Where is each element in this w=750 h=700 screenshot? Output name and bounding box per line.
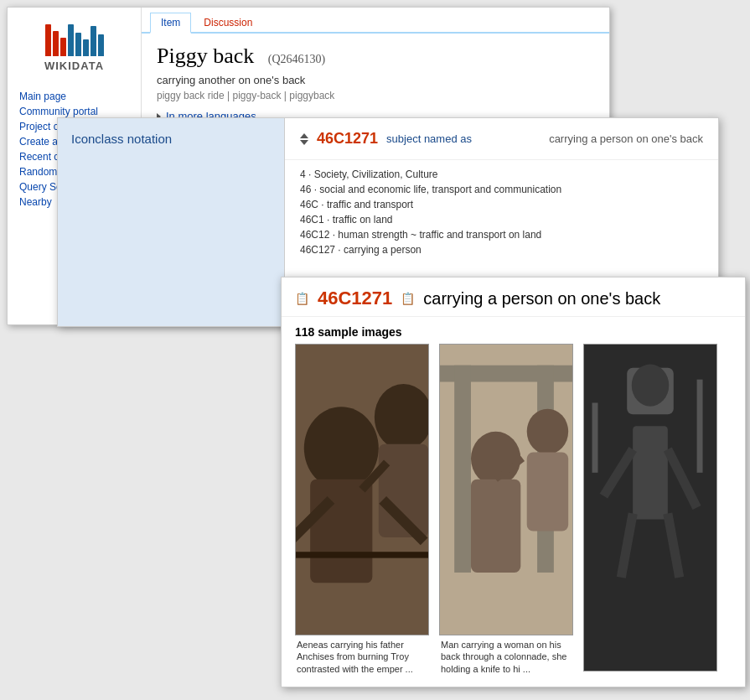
image-caption-1: Man carrying a woman on his back through… bbox=[439, 635, 573, 678]
svg-point-17 bbox=[527, 409, 568, 454]
logo-area: WIKIDATA bbox=[8, 16, 141, 82]
sort-icon[interactable] bbox=[300, 133, 308, 145]
article-title: Piggy back (Q2646130) bbox=[157, 44, 594, 69]
image-caption-2 bbox=[583, 671, 717, 678]
sort-up-icon bbox=[300, 133, 308, 138]
svg-rect-16 bbox=[471, 480, 520, 573]
image-card-1: Man carrying a woman on his back through… bbox=[439, 344, 573, 678]
iconclass-subject-label: subject named as bbox=[386, 132, 472, 145]
copy-icon-right[interactable]: 📋 bbox=[401, 292, 415, 305]
sidebar-item-main-page[interactable]: Main page bbox=[8, 89, 141, 104]
tab-item[interactable]: Item bbox=[150, 13, 191, 34]
sort-down-icon bbox=[300, 140, 308, 145]
bar6 bbox=[83, 39, 89, 56]
bar3 bbox=[60, 38, 66, 56]
image-placeholder-2 bbox=[583, 344, 717, 671]
big-label: carrying a person on one's back bbox=[423, 289, 660, 309]
breadcrumb-1: 46 · social and economic life, transport… bbox=[300, 182, 703, 197]
breadcrumb-5: 46C127 · carrying a person bbox=[300, 242, 703, 257]
article-description: carrying another on one's back bbox=[157, 74, 594, 86]
big-code: 46C1271 bbox=[318, 288, 392, 309]
tab-bar: Item Discussion bbox=[142, 8, 609, 34]
image-card-2 bbox=[583, 344, 717, 678]
bar4 bbox=[68, 24, 74, 56]
logo-text: WIKIDATA bbox=[44, 60, 104, 72]
image-art-2 bbox=[584, 345, 716, 671]
iconclass-panel-title: Iconclass notation bbox=[71, 132, 271, 146]
image-caption-0: Aeneas carrying his father Anchises from… bbox=[295, 635, 429, 678]
svg-rect-29 bbox=[697, 380, 703, 473]
article-title-text: Piggy back bbox=[157, 44, 254, 68]
logo-bars bbox=[45, 16, 104, 56]
sample-images-panel: 📋 46C1271 📋 carrying a person on one's b… bbox=[281, 277, 746, 687]
svg-point-1 bbox=[304, 407, 379, 490]
iconclass-left-panel: Iconclass notation bbox=[58, 118, 284, 326]
images-header: 📋 46C1271 📋 carrying a person on one's b… bbox=[282, 277, 745, 317]
svg-rect-18 bbox=[527, 453, 568, 531]
svg-point-23 bbox=[632, 365, 669, 407]
svg-rect-22 bbox=[633, 426, 668, 519]
image-art-0 bbox=[296, 345, 428, 635]
breadcrumb-3: 46C1 · traffic on land bbox=[300, 212, 703, 227]
bar1 bbox=[45, 24, 51, 56]
sample-count: 118 sample images bbox=[282, 317, 745, 344]
wikidata-logo bbox=[45, 16, 104, 56]
bar8 bbox=[98, 34, 104, 56]
breadcrumb-2: 46C · traffic and transport bbox=[300, 197, 703, 212]
bar5 bbox=[75, 33, 81, 56]
breadcrumb-0: 4 · Society, Civilization, Culture bbox=[300, 167, 703, 182]
image-placeholder-1 bbox=[439, 344, 573, 635]
svg-rect-8 bbox=[296, 552, 428, 557]
image-placeholder-0 bbox=[295, 344, 429, 635]
bar2 bbox=[53, 31, 59, 56]
iconclass-subject-value: carrying a person on one's back bbox=[480, 132, 703, 145]
image-card-0: Aeneas carrying his father Anchises from… bbox=[295, 344, 429, 678]
images-grid: Aeneas carrying his father Anchises from… bbox=[282, 344, 745, 687]
svg-rect-28 bbox=[592, 402, 598, 472]
article-qid: (Q2646130) bbox=[268, 53, 325, 65]
svg-rect-13 bbox=[454, 366, 471, 573]
image-art-1 bbox=[440, 345, 572, 635]
iconclass-code: 46C1271 bbox=[317, 130, 378, 148]
svg-rect-2 bbox=[310, 480, 372, 583]
breadcrumb-4: 46C12 · human strength ~ traffic and tra… bbox=[300, 227, 703, 242]
bar7 bbox=[91, 26, 96, 56]
tab-discussion[interactable]: Discussion bbox=[193, 13, 263, 34]
iconclass-header: 46C1271 subject named as carrying a pers… bbox=[285, 118, 718, 160]
copy-icon-left[interactable]: 📋 bbox=[295, 292, 309, 305]
article-aliases: piggy back ride | piggy-back | piggyback bbox=[157, 90, 594, 101]
